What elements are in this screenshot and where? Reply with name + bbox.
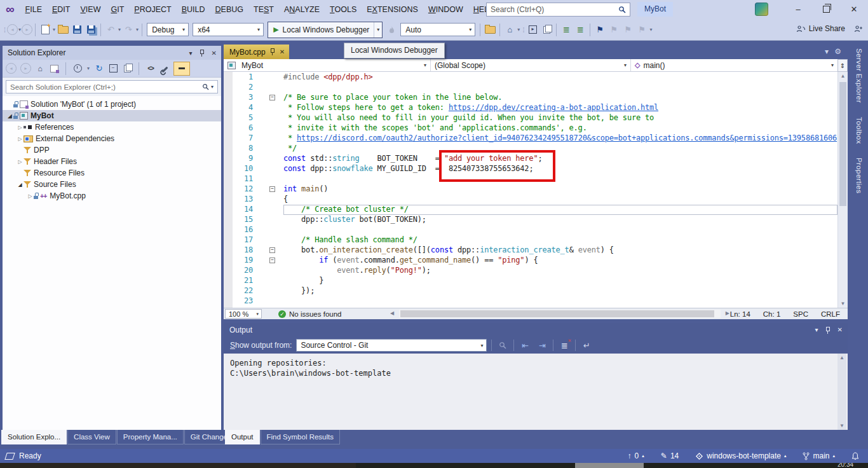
open-file-button[interactable] (57, 24, 69, 36)
search-options-caret-icon[interactable]: ▾ (211, 84, 214, 90)
code-line-2[interactable]: 2 (224, 83, 837, 93)
find-message-button[interactable] (496, 339, 509, 352)
tab-solution-explo[interactable]: Solution Explo... (1, 430, 67, 444)
new-project-button[interactable] (39, 24, 51, 36)
scrollbar-thumb[interactable] (839, 82, 846, 206)
pin-icon[interactable] (200, 50, 205, 57)
code-line-20[interactable]: 20 event.reply("Pong!"); (224, 266, 837, 276)
redo-caret-icon[interactable]: ▾ (136, 27, 139, 32)
project-dropdown[interactable]: MyBot ▾ (224, 59, 431, 71)
tab-output[interactable]: Output (225, 430, 260, 444)
line-ending-indicator[interactable]: CRLF (821, 310, 840, 318)
code-line-7[interactable]: 7 * https://discord.com/oauth2/authorize… (224, 134, 837, 144)
properties-button[interactable] (159, 63, 170, 74)
push-commits-button[interactable]: ↑ 0 ▴ (628, 451, 644, 460)
scroll-up-icon[interactable]: ▲ (837, 355, 846, 361)
show-all-files-button[interactable] (122, 63, 132, 74)
tree-item-resource-files[interactable]: Resource Files (3, 167, 221, 179)
bookmark-button[interactable]: ⚑ (594, 24, 606, 36)
minimize-button[interactable]: – (784, 0, 812, 19)
menu-edit[interactable]: EDIT (47, 0, 76, 19)
pending-changes-filter-button[interactable] (72, 63, 83, 74)
toolbar-overflow-icon[interactable]: ▾ (649, 27, 652, 32)
code-line-15[interactable]: 15 dpp::cluster bot(BOT_TOKEN); (224, 215, 837, 225)
switch-views-button[interactable] (49, 63, 59, 74)
code-editor[interactable]: 1#include <dpp/dpp.h>23−/* Be sure to pl… (224, 72, 837, 308)
navigate-back-button[interactable]: ◂ (7, 24, 18, 35)
hot-reload-icon[interactable] (386, 24, 397, 36)
tree-collapsed-icon[interactable]: ▷ (17, 159, 24, 165)
forward-button[interactable]: ▸ (20, 63, 31, 74)
code-line-23[interactable]: 23 (224, 296, 837, 306)
code-line-12[interactable]: 12−int main() (224, 184, 837, 195)
window-position-icon[interactable]: ▾ (815, 323, 818, 337)
find-in-files-button[interactable] (484, 24, 496, 36)
clear-all-button[interactable]: ≣ (558, 339, 571, 352)
tab-find-symbol-results[interactable]: Find Symbol Results (261, 430, 340, 444)
home-caret-icon[interactable]: ▾ (517, 27, 520, 32)
configuration-dropdown[interactable]: Debug ▾ (147, 23, 189, 36)
scroll-up-icon[interactable]: ▲ (838, 73, 848, 79)
output-vertical-scrollbar[interactable]: ▲ ▼ (837, 354, 846, 430)
tree-item-header-files[interactable]: ▷Header Files (3, 156, 221, 167)
menu-window[interactable]: WINDOW (423, 0, 468, 19)
fold-toggle-icon[interactable]: − (269, 258, 275, 263)
issues-indicator[interactable]: ✓ No issues found (278, 308, 341, 319)
tree-collapsed-icon[interactable]: ▷ (17, 136, 24, 142)
member-dropdown[interactable]: ◇ main() ▾ (631, 59, 837, 71)
pin-icon[interactable] (825, 327, 831, 334)
output-source-dropdown[interactable]: Source Control - Git ▾ (296, 339, 487, 352)
code-line-5[interactable]: 5 * You will also need to fill in your g… (224, 113, 837, 123)
tree-item-source-files[interactable]: ◢Source Files (3, 179, 221, 190)
start-debugging-caret-icon[interactable]: ▾ (374, 22, 382, 38)
tab-class-view[interactable]: Class View (67, 430, 116, 444)
outdent-button[interactable]: ≣ (560, 24, 572, 36)
code-line-1[interactable]: 1#include <dpp/dpp.h> (224, 72, 837, 83)
platform-dropdown[interactable]: x64 ▾ (193, 23, 264, 36)
code-line-13[interactable]: 13{ (224, 195, 837, 205)
word-wrap-button[interactable]: ↵ (580, 339, 593, 352)
side-tab-properties[interactable]: Properties (855, 158, 863, 193)
fold-toggle-icon[interactable]: − (269, 186, 275, 192)
tree-expanded-icon[interactable]: ◢ (17, 182, 24, 188)
side-tab-server-explorer[interactable]: Server Explorer (855, 48, 863, 103)
close-button[interactable]: ✕ (840, 0, 868, 19)
tree-collapsed-icon[interactable]: ▷ (17, 125, 24, 130)
zoom-dropdown[interactable]: 100 % ▾ (225, 309, 262, 319)
toolbar-grip[interactable]: ⁞ (4, 26, 5, 34)
code-line-22[interactable]: 22 }); (224, 286, 837, 296)
side-tab-toolbox[interactable]: Toolbox (855, 117, 863, 144)
undo-caret-icon[interactable]: ▾ (118, 27, 121, 32)
new-project-caret-icon[interactable]: ▾ (53, 27, 55, 32)
save-button[interactable] (71, 24, 83, 36)
tree-item-solution-mybot-1-of-1-project[interactable]: Solution 'MyBot' (1 of 1 project) (3, 99, 221, 110)
sync-with-active-document-button[interactable]: ↻ (94, 63, 104, 74)
menu-analyze[interactable]: ANALYZE (279, 0, 325, 19)
split-editor-handle[interactable]: ⇕ (837, 59, 848, 72)
scroll-down-icon[interactable]: ▼ (838, 301, 848, 306)
menu-view[interactable]: VIEW (75, 0, 105, 19)
next-bookmark-button[interactable]: ⚑ (622, 24, 634, 36)
document-well-gear-icon[interactable]: ⚙ (834, 47, 841, 56)
home-icon[interactable]: ⌂ (35, 63, 45, 74)
view-code-button[interactable]: <> (146, 63, 156, 74)
code-line-4[interactable]: 4 * Follow steps here to get a token: ht… (224, 103, 837, 113)
watch-mode-dropdown[interactable]: Auto ▾ (400, 23, 475, 36)
branch-picker[interactable]: main ▴ (803, 451, 835, 460)
menu-build[interactable]: BUILD (177, 0, 210, 19)
background-tasks-icon[interactable] (4, 453, 15, 460)
unsaved-edits-indicator[interactable]: ✎ 14 (661, 451, 679, 460)
redo-button[interactable]: ↷ (123, 24, 134, 36)
add-user-button[interactable] (853, 24, 863, 36)
code-line-6[interactable]: 6 * invite it with the scopes 'bot' and … (224, 123, 837, 134)
editor-horizontal-scrollbar[interactable]: ◀ ▶ (390, 310, 729, 318)
next-message-button[interactable]: ⇥ (536, 339, 548, 352)
solution-search-input[interactable]: Search Solution Explorer (Ctrl+;) ▾ (6, 80, 218, 93)
preview-selected-items-toggle[interactable] (173, 62, 190, 76)
code-line-14[interactable]: 14 /* Create bot cluster */ (224, 205, 837, 215)
close-icon[interactable]: ✕ (837, 323, 843, 337)
editor-vertical-scrollbar[interactable]: ▲ ▼ (837, 72, 848, 308)
pin-tab-icon[interactable] (270, 48, 275, 55)
scope-dropdown[interactable]: (Global Scope) ▾ (431, 59, 631, 71)
start-debugging-button[interactable]: ▶ Local Windows Debugger ▾ (268, 22, 383, 38)
